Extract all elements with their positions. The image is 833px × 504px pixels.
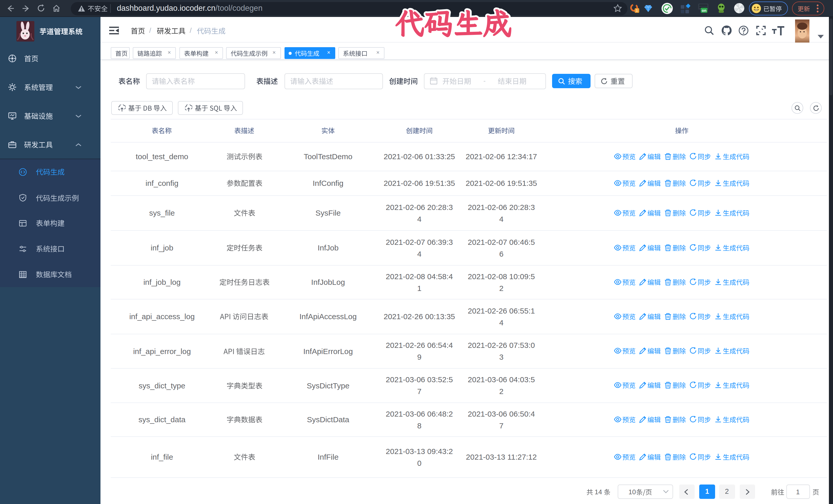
svg-text:on: on [702,8,706,13]
svg-text:1: 1 [636,8,638,13]
